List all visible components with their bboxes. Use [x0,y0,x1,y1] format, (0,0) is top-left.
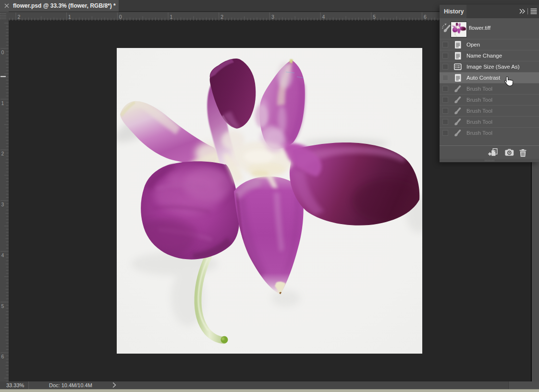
svg-text:5: 5 [373,14,376,20]
svg-text:5: 5 [1,303,4,309]
svg-text:0: 0 [119,14,122,20]
svg-text:1: 1 [1,100,4,106]
svg-text:3: 3 [271,14,274,20]
svg-text:6: 6 [424,14,427,20]
svg-text:1: 1 [68,14,71,20]
svg-text:2: 2 [220,14,223,20]
svg-text:2: 2 [1,151,4,156]
svg-text:3: 3 [1,202,4,207]
svg-text:1: 1 [170,14,173,20]
svg-text:6: 6 [1,354,4,359]
svg-text:4: 4 [1,252,4,258]
svg-text:2: 2 [17,14,20,20]
svg-text:4: 4 [322,14,325,20]
svg-text:0: 0 [1,49,4,55]
